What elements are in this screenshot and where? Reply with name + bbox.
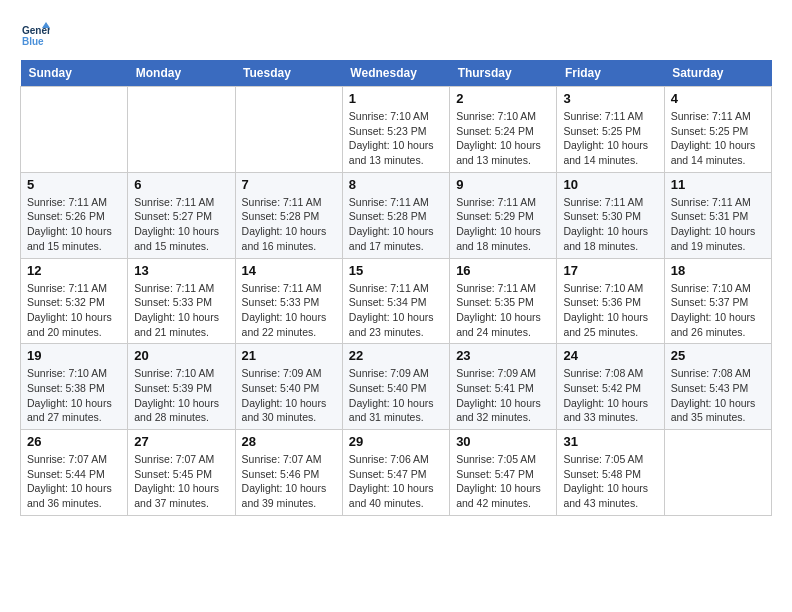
day-cell: 27Sunrise: 7:07 AMSunset: 5:45 PMDayligh… xyxy=(128,430,235,516)
day-cell: 20Sunrise: 7:10 AMSunset: 5:39 PMDayligh… xyxy=(128,344,235,430)
day-cell: 8Sunrise: 7:11 AMSunset: 5:28 PMDaylight… xyxy=(342,172,449,258)
day-number: 30 xyxy=(456,434,550,449)
week-row-2: 5Sunrise: 7:11 AMSunset: 5:26 PMDaylight… xyxy=(21,172,772,258)
week-row-3: 12Sunrise: 7:11 AMSunset: 5:32 PMDayligh… xyxy=(21,258,772,344)
day-number: 15 xyxy=(349,263,443,278)
day-cell: 17Sunrise: 7:10 AMSunset: 5:36 PMDayligh… xyxy=(557,258,664,344)
day-number: 21 xyxy=(242,348,336,363)
day-info: Sunrise: 7:11 AMSunset: 5:32 PMDaylight:… xyxy=(27,281,121,340)
day-cell: 26Sunrise: 7:07 AMSunset: 5:44 PMDayligh… xyxy=(21,430,128,516)
day-number: 23 xyxy=(456,348,550,363)
day-info: Sunrise: 7:05 AMSunset: 5:47 PMDaylight:… xyxy=(456,452,550,511)
day-cell: 4Sunrise: 7:11 AMSunset: 5:25 PMDaylight… xyxy=(664,87,771,173)
day-cell: 9Sunrise: 7:11 AMSunset: 5:29 PMDaylight… xyxy=(450,172,557,258)
day-number: 24 xyxy=(563,348,657,363)
day-number: 7 xyxy=(242,177,336,192)
day-cell: 1Sunrise: 7:10 AMSunset: 5:23 PMDaylight… xyxy=(342,87,449,173)
day-cell xyxy=(664,430,771,516)
day-cell xyxy=(128,87,235,173)
weekday-header-monday: Monday xyxy=(128,60,235,87)
day-info: Sunrise: 7:08 AMSunset: 5:43 PMDaylight:… xyxy=(671,366,765,425)
day-cell: 12Sunrise: 7:11 AMSunset: 5:32 PMDayligh… xyxy=(21,258,128,344)
day-number: 19 xyxy=(27,348,121,363)
week-row-1: 1Sunrise: 7:10 AMSunset: 5:23 PMDaylight… xyxy=(21,87,772,173)
day-info: Sunrise: 7:05 AMSunset: 5:48 PMDaylight:… xyxy=(563,452,657,511)
day-cell: 7Sunrise: 7:11 AMSunset: 5:28 PMDaylight… xyxy=(235,172,342,258)
day-number: 5 xyxy=(27,177,121,192)
day-info: Sunrise: 7:11 AMSunset: 5:31 PMDaylight:… xyxy=(671,195,765,254)
day-info: Sunrise: 7:09 AMSunset: 5:41 PMDaylight:… xyxy=(456,366,550,425)
day-info: Sunrise: 7:11 AMSunset: 5:26 PMDaylight:… xyxy=(27,195,121,254)
day-cell: 13Sunrise: 7:11 AMSunset: 5:33 PMDayligh… xyxy=(128,258,235,344)
calendar-table: SundayMondayTuesdayWednesdayThursdayFrid… xyxy=(20,60,772,516)
day-number: 16 xyxy=(456,263,550,278)
day-number: 12 xyxy=(27,263,121,278)
day-info: Sunrise: 7:11 AMSunset: 5:33 PMDaylight:… xyxy=(242,281,336,340)
day-info: Sunrise: 7:10 AMSunset: 5:24 PMDaylight:… xyxy=(456,109,550,168)
day-number: 18 xyxy=(671,263,765,278)
weekday-header-friday: Friday xyxy=(557,60,664,87)
day-cell: 21Sunrise: 7:09 AMSunset: 5:40 PMDayligh… xyxy=(235,344,342,430)
day-info: Sunrise: 7:11 AMSunset: 5:28 PMDaylight:… xyxy=(242,195,336,254)
day-cell: 29Sunrise: 7:06 AMSunset: 5:47 PMDayligh… xyxy=(342,430,449,516)
logo-icon: General Blue xyxy=(20,20,50,50)
day-number: 4 xyxy=(671,91,765,106)
day-info: Sunrise: 7:11 AMSunset: 5:34 PMDaylight:… xyxy=(349,281,443,340)
day-number: 2 xyxy=(456,91,550,106)
weekday-header-row: SundayMondayTuesdayWednesdayThursdayFrid… xyxy=(21,60,772,87)
day-cell: 10Sunrise: 7:11 AMSunset: 5:30 PMDayligh… xyxy=(557,172,664,258)
day-cell: 24Sunrise: 7:08 AMSunset: 5:42 PMDayligh… xyxy=(557,344,664,430)
logo: General Blue xyxy=(20,20,54,50)
day-info: Sunrise: 7:07 AMSunset: 5:45 PMDaylight:… xyxy=(134,452,228,511)
day-info: Sunrise: 7:11 AMSunset: 5:27 PMDaylight:… xyxy=(134,195,228,254)
day-info: Sunrise: 7:10 AMSunset: 5:36 PMDaylight:… xyxy=(563,281,657,340)
day-info: Sunrise: 7:07 AMSunset: 5:44 PMDaylight:… xyxy=(27,452,121,511)
day-cell xyxy=(21,87,128,173)
day-cell: 25Sunrise: 7:08 AMSunset: 5:43 PMDayligh… xyxy=(664,344,771,430)
day-cell: 15Sunrise: 7:11 AMSunset: 5:34 PMDayligh… xyxy=(342,258,449,344)
day-number: 10 xyxy=(563,177,657,192)
day-number: 11 xyxy=(671,177,765,192)
day-number: 29 xyxy=(349,434,443,449)
day-number: 8 xyxy=(349,177,443,192)
day-cell: 14Sunrise: 7:11 AMSunset: 5:33 PMDayligh… xyxy=(235,258,342,344)
day-info: Sunrise: 7:07 AMSunset: 5:46 PMDaylight:… xyxy=(242,452,336,511)
day-number: 25 xyxy=(671,348,765,363)
day-number: 20 xyxy=(134,348,228,363)
day-cell: 30Sunrise: 7:05 AMSunset: 5:47 PMDayligh… xyxy=(450,430,557,516)
day-cell: 5Sunrise: 7:11 AMSunset: 5:26 PMDaylight… xyxy=(21,172,128,258)
day-info: Sunrise: 7:06 AMSunset: 5:47 PMDaylight:… xyxy=(349,452,443,511)
day-cell xyxy=(235,87,342,173)
week-row-4: 19Sunrise: 7:10 AMSunset: 5:38 PMDayligh… xyxy=(21,344,772,430)
day-info: Sunrise: 7:11 AMSunset: 5:33 PMDaylight:… xyxy=(134,281,228,340)
day-number: 31 xyxy=(563,434,657,449)
weekday-header-thursday: Thursday xyxy=(450,60,557,87)
day-cell: 19Sunrise: 7:10 AMSunset: 5:38 PMDayligh… xyxy=(21,344,128,430)
day-info: Sunrise: 7:11 AMSunset: 5:28 PMDaylight:… xyxy=(349,195,443,254)
day-cell: 16Sunrise: 7:11 AMSunset: 5:35 PMDayligh… xyxy=(450,258,557,344)
day-cell: 6Sunrise: 7:11 AMSunset: 5:27 PMDaylight… xyxy=(128,172,235,258)
day-info: Sunrise: 7:11 AMSunset: 5:30 PMDaylight:… xyxy=(563,195,657,254)
day-number: 27 xyxy=(134,434,228,449)
day-cell: 2Sunrise: 7:10 AMSunset: 5:24 PMDaylight… xyxy=(450,87,557,173)
day-info: Sunrise: 7:10 AMSunset: 5:23 PMDaylight:… xyxy=(349,109,443,168)
weekday-header-tuesday: Tuesday xyxy=(235,60,342,87)
day-info: Sunrise: 7:09 AMSunset: 5:40 PMDaylight:… xyxy=(349,366,443,425)
weekday-header-sunday: Sunday xyxy=(21,60,128,87)
day-cell: 3Sunrise: 7:11 AMSunset: 5:25 PMDaylight… xyxy=(557,87,664,173)
day-number: 3 xyxy=(563,91,657,106)
svg-text:Blue: Blue xyxy=(22,36,44,47)
weekday-header-saturday: Saturday xyxy=(664,60,771,87)
day-number: 14 xyxy=(242,263,336,278)
day-number: 6 xyxy=(134,177,228,192)
day-cell: 11Sunrise: 7:11 AMSunset: 5:31 PMDayligh… xyxy=(664,172,771,258)
day-info: Sunrise: 7:11 AMSunset: 5:35 PMDaylight:… xyxy=(456,281,550,340)
day-cell: 31Sunrise: 7:05 AMSunset: 5:48 PMDayligh… xyxy=(557,430,664,516)
day-number: 13 xyxy=(134,263,228,278)
day-number: 1 xyxy=(349,91,443,106)
day-cell: 18Sunrise: 7:10 AMSunset: 5:37 PMDayligh… xyxy=(664,258,771,344)
day-info: Sunrise: 7:09 AMSunset: 5:40 PMDaylight:… xyxy=(242,366,336,425)
day-info: Sunrise: 7:11 AMSunset: 5:25 PMDaylight:… xyxy=(671,109,765,168)
day-number: 28 xyxy=(242,434,336,449)
weekday-header-wednesday: Wednesday xyxy=(342,60,449,87)
